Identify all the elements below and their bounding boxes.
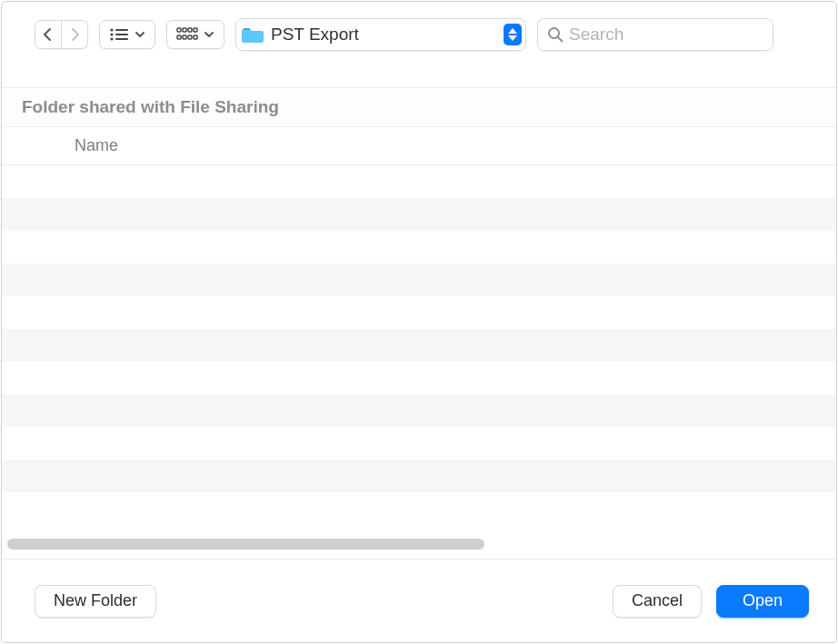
list-row[interactable] [2, 329, 836, 362]
view-mode-button[interactable] [99, 20, 155, 49]
folder-icon [242, 25, 264, 44]
scrollbar-thumb[interactable] [7, 539, 484, 550]
nav-back-forward [35, 20, 88, 49]
svg-marker-14 [508, 28, 517, 34]
list-row[interactable] [2, 362, 836, 394]
caret-down-icon [508, 35, 517, 41]
list-row[interactable] [2, 165, 836, 198]
svg-rect-12 [188, 35, 192, 39]
dialog-footer: New Folder Cancel Open [2, 559, 836, 642]
list-row[interactable] [2, 492, 836, 525]
sharing-info-label: Folder shared with File Sharing [22, 97, 279, 116]
search-field[interactable] [537, 18, 773, 51]
svg-rect-3 [115, 34, 128, 35]
back-button[interactable] [35, 20, 62, 49]
horizontal-scrollbar[interactable] [7, 539, 831, 550]
location-label: PST Export [271, 25, 498, 45]
group-icon [176, 27, 198, 42]
list-view-icon [109, 27, 129, 42]
chevron-right-icon [69, 27, 80, 42]
open-label: Open [743, 591, 783, 610]
location-popup[interactable]: PST Export [235, 18, 526, 51]
svg-rect-6 [177, 28, 181, 32]
svg-rect-10 [177, 35, 181, 39]
svg-rect-9 [194, 28, 197, 32]
caret-up-icon [508, 28, 517, 34]
sharing-info-banner: Folder shared with File Sharing [2, 87, 836, 127]
new-folder-button[interactable]: New Folder [35, 585, 156, 618]
svg-rect-13 [194, 35, 197, 39]
svg-rect-1 [115, 29, 128, 31]
toolbar: PST Export [2, 2, 836, 67]
list-row[interactable] [2, 198, 836, 231]
svg-rect-7 [183, 28, 186, 32]
list-row[interactable] [2, 296, 836, 329]
open-button[interactable]: Open [716, 585, 809, 618]
column-header-name[interactable]: Name [75, 136, 118, 154]
column-header-row: Name [2, 127, 836, 165]
new-folder-label: New Folder [54, 591, 137, 610]
svg-point-2 [110, 33, 113, 35]
location-stepper[interactable] [504, 24, 522, 45]
search-input[interactable] [569, 25, 763, 45]
file-list [2, 165, 836, 525]
list-row[interactable] [2, 460, 836, 492]
svg-rect-8 [188, 28, 192, 32]
cancel-button[interactable]: Cancel [613, 585, 702, 618]
chevron-left-icon [43, 27, 54, 42]
list-row[interactable] [2, 427, 836, 460]
open-dialog: PST Export Folder shared with File Shari… [1, 1, 837, 643]
svg-rect-5 [115, 38, 128, 40]
svg-point-4 [110, 37, 113, 40]
svg-rect-11 [183, 35, 186, 39]
group-by-button[interactable] [166, 20, 224, 49]
list-row[interactable] [2, 231, 836, 263]
list-row[interactable] [2, 394, 836, 427]
chevron-down-icon [204, 30, 214, 39]
cancel-label: Cancel [632, 591, 683, 610]
chevron-down-icon [135, 30, 145, 39]
list-row[interactable] [2, 263, 836, 296]
svg-line-17 [558, 37, 563, 42]
search-icon [547, 26, 564, 43]
svg-point-0 [110, 28, 113, 31]
forward-button[interactable] [61, 20, 88, 49]
svg-marker-15 [508, 35, 517, 41]
